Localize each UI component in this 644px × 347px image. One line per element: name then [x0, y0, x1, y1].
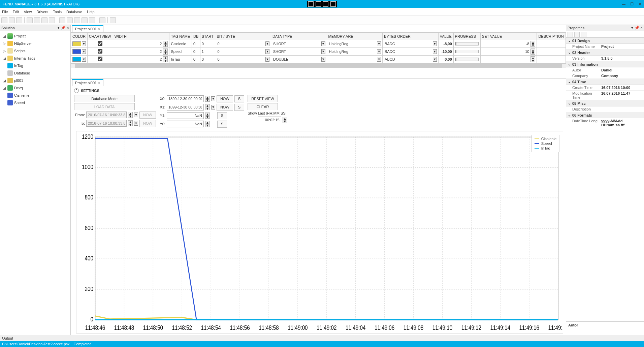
- memory-select[interactable]: [328, 49, 377, 55]
- dropdown-icon[interactable]: ▾: [58, 26, 60, 30]
- bar-red-icon[interactable]: [27, 17, 33, 23]
- property-row[interactable]: CompanyCompany: [566, 73, 644, 79]
- grid-header[interactable]: MEMORY ARE: [327, 33, 383, 40]
- bytesorder-select[interactable]: [384, 56, 433, 62]
- refresh-icon[interactable]: [99, 17, 105, 23]
- dark-icon[interactable]: [89, 17, 95, 23]
- tab-chart-pl001[interactable]: Project.pl001×: [72, 79, 103, 86]
- dropdown-icon[interactable]: ▼: [211, 96, 215, 101]
- dropdown-icon[interactable]: ▼: [211, 105, 215, 109]
- from-input[interactable]: [86, 112, 127, 118]
- close-tab-icon[interactable]: ×: [98, 27, 100, 31]
- grid-header[interactable]: TAG NAME: [169, 33, 192, 40]
- bit-input[interactable]: [217, 56, 265, 62]
- x1-input[interactable]: [167, 104, 204, 111]
- now-button[interactable]: NOW: [139, 112, 156, 119]
- s-button[interactable]: S: [234, 95, 244, 102]
- start-cell[interactable]: 0: [200, 56, 215, 63]
- grid-header[interactable]: DESCRIPTION: [537, 33, 566, 40]
- db-cell[interactable]: 0: [192, 48, 200, 56]
- dropdown-icon[interactable]: ▼: [377, 41, 381, 46]
- forward-icon[interactable]: [82, 17, 88, 23]
- help-icon[interactable]: [110, 17, 116, 23]
- play-icon[interactable]: [67, 17, 73, 23]
- tagname-cell[interactable]: Cisnienie: [169, 40, 192, 48]
- tree-intag[interactable]: InTag: [0, 62, 70, 69]
- open-icon[interactable]: [9, 17, 15, 23]
- color-swatch[interactable]: [72, 49, 81, 54]
- tree-database[interactable]: Database: [0, 69, 70, 77]
- datatype-select[interactable]: [272, 49, 321, 55]
- database-icon[interactable]: [49, 17, 55, 23]
- menu-drivers[interactable]: Drivers: [36, 10, 48, 14]
- color-swatch[interactable]: [72, 57, 81, 62]
- sort-icon[interactable]: [574, 32, 580, 37]
- tree-project[interactable]: ◢Project: [0, 32, 70, 40]
- overlay-icon[interactable]: [330, 1, 336, 7]
- spinner[interactable]: ▲▼: [163, 41, 168, 47]
- dropdown-icon[interactable]: ▼: [134, 113, 138, 117]
- property-row[interactable]: Modification Time16.07.2016 11:47: [566, 91, 644, 100]
- overlay-icon[interactable]: [323, 1, 328, 7]
- start-cell[interactable]: 0: [200, 40, 215, 48]
- now-button[interactable]: NOW: [217, 95, 233, 102]
- dropdown-icon[interactable]: ▼: [82, 49, 86, 54]
- menu-edit[interactable]: Edit: [13, 10, 19, 14]
- y1-input[interactable]: [167, 112, 204, 119]
- close-panel-icon[interactable]: ×: [641, 26, 643, 30]
- grid-header[interactable]: DB: [192, 33, 200, 40]
- categorize-icon[interactable]: [568, 32, 573, 37]
- reset-view-button[interactable]: RESET VIEW: [248, 95, 278, 102]
- dropdown-icon[interactable]: ▼: [377, 49, 381, 54]
- datatype-select[interactable]: [272, 41, 321, 47]
- grid-header[interactable]: VALUE: [438, 33, 453, 40]
- bar-green-icon[interactable]: [34, 17, 40, 23]
- grid-header[interactable]: BIT / BYTE: [215, 33, 271, 40]
- pin-icon[interactable]: 📌: [635, 26, 639, 30]
- tree-pl001[interactable]: ◢pl001: [0, 77, 70, 84]
- property-category[interactable]: ⌄06 Formats: [566, 112, 644, 118]
- spinner[interactable]: ▲▼: [205, 121, 210, 127]
- db-cell[interactable]: 0: [192, 40, 200, 48]
- overlay-icon[interactable]: [308, 1, 314, 7]
- database-mode-button[interactable]: Database Mode: [74, 95, 135, 102]
- dropdown-icon[interactable]: ▼: [433, 49, 437, 54]
- grid-header[interactable]: START: [200, 33, 215, 40]
- grid-header[interactable]: BYTES ORDER: [383, 33, 439, 40]
- bytesorder-select[interactable]: [384, 41, 433, 47]
- dropdown-icon[interactable]: ▼: [433, 57, 437, 62]
- property-row[interactable]: AutorDaniel: [566, 67, 644, 73]
- grid-row[interactable]: ▼▲▼Cisnienie00▼▼▼▼-8,00▲▼: [71, 40, 566, 48]
- spinner[interactable]: ▲▼: [530, 56, 535, 62]
- s-button[interactable]: S: [234, 104, 244, 111]
- maximize-button[interactable]: ❐: [630, 2, 634, 6]
- grid-header[interactable]: SET VALUE: [480, 33, 537, 40]
- width-input[interactable]: [115, 41, 163, 47]
- property-category[interactable]: ⌄01 Design: [566, 38, 644, 44]
- pin-icon[interactable]: 📌: [61, 26, 66, 30]
- menu-database[interactable]: Database: [66, 10, 82, 14]
- close-panel-icon[interactable]: ×: [67, 26, 69, 30]
- tagname-cell[interactable]: InTag: [169, 56, 192, 63]
- memory-select[interactable]: [328, 56, 377, 62]
- minimize-button[interactable]: —: [622, 2, 625, 6]
- chartview-checkbox[interactable]: [98, 49, 102, 54]
- setvalue-input[interactable]: [482, 49, 531, 55]
- overlay-icon[interactable]: [316, 1, 321, 7]
- spinner[interactable]: ▲▼: [163, 56, 168, 62]
- setvalue-input[interactable]: [482, 41, 531, 47]
- collapse-icon[interactable]: ˄: [74, 88, 79, 93]
- grid-row[interactable]: ▼▲▼InTag00▼▼▼▼0,00▲▼: [71, 56, 566, 63]
- tree-internal-tags[interactable]: ◢Internal Tags: [0, 55, 70, 62]
- bit-input[interactable]: [217, 49, 265, 55]
- property-row[interactable]: Project NameProject: [566, 44, 644, 50]
- spinner[interactable]: ▲▼: [530, 49, 535, 55]
- tagname-cell[interactable]: Speed: [169, 48, 192, 56]
- property-row[interactable]: Create Time16.07.2016 10:00: [566, 85, 644, 91]
- grid-header[interactable]: PROGRESS: [453, 33, 480, 40]
- page-icon[interactable]: [581, 32, 586, 37]
- memory-select[interactable]: [328, 41, 377, 47]
- close-tab-icon[interactable]: ×: [98, 81, 100, 85]
- grid-header[interactable]: COLOR: [71, 33, 88, 40]
- close-button[interactable]: ✕: [638, 2, 641, 6]
